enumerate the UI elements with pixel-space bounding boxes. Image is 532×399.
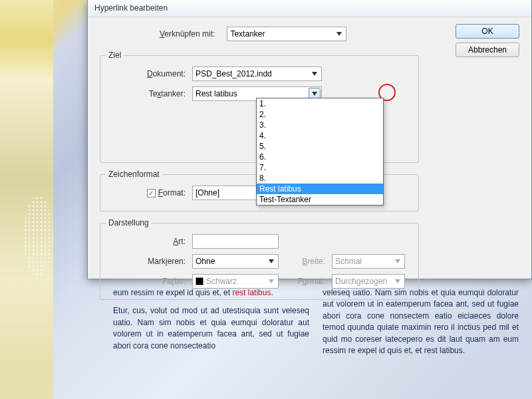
chevron-down-icon bbox=[266, 256, 277, 267]
format2-label: Format: bbox=[279, 277, 332, 286]
dropdown-option[interactable]: 1. bbox=[257, 98, 383, 109]
textanker-dropdown-list[interactable]: 1. 2. 3. 4. 5. 6. 7. 8. Rest latibus Tes… bbox=[256, 98, 384, 205]
dokument-value: PSD_Best_2012.indd bbox=[196, 69, 272, 78]
textanker-label: Textanker: bbox=[106, 89, 192, 98]
dropdown-option[interactable]: 7. bbox=[257, 162, 383, 173]
format2-combo: Durchgezogen bbox=[332, 274, 405, 289]
dropdown-option[interactable]: 2. bbox=[257, 109, 383, 120]
farbe-value: Schwarz bbox=[206, 277, 237, 286]
chevron-down-icon bbox=[266, 276, 277, 287]
format-label-wrap: ✓ Format: bbox=[106, 188, 192, 198]
sparkle-decor bbox=[23, 196, 53, 276]
chevron-down-icon bbox=[334, 29, 344, 39]
dialog-title: Hyperlink bearbeiten bbox=[88, 0, 531, 17]
format-checkbox[interactable]: ✓ bbox=[147, 189, 156, 198]
ziel-legend: Ziel bbox=[106, 51, 124, 60]
format-label: Format: bbox=[158, 188, 186, 198]
color-swatch bbox=[196, 277, 203, 285]
dokument-label: Dokument: bbox=[106, 69, 192, 78]
chevron-down-icon bbox=[392, 276, 403, 287]
dropdown-option-selected[interactable]: Rest latibus bbox=[257, 184, 383, 194]
farbe-combo: Schwarz bbox=[192, 274, 279, 289]
textanker-value: Rest latibus bbox=[196, 89, 237, 98]
link-with-label: Verknüpfen mit: bbox=[160, 29, 221, 39]
chevron-down-icon bbox=[392, 256, 403, 267]
darstellung-group: Darstellung Art: Markieren: Ohne Breite:… bbox=[100, 218, 419, 300]
format2-value: Durchgezogen bbox=[335, 277, 387, 286]
farbe-label: Farbe: bbox=[106, 277, 192, 286]
dokument-combo[interactable]: PSD_Best_2012.indd bbox=[192, 66, 322, 81]
breite-label: Breite: bbox=[279, 257, 332, 266]
char-format-value: [Ohne] bbox=[196, 188, 219, 198]
breite-value: Schmal bbox=[335, 257, 362, 266]
chevron-down-icon bbox=[309, 68, 320, 79]
dropdown-option[interactable]: 5. bbox=[257, 141, 383, 152]
dropdown-option[interactable]: 6. bbox=[257, 152, 383, 162]
dropdown-option[interactable]: 4. bbox=[257, 130, 383, 141]
background-accent bbox=[0, 0, 53, 399]
breite-combo: Schmal bbox=[332, 254, 405, 269]
zeichenformat-legend: Zeichenformat bbox=[106, 170, 162, 179]
dropdown-option[interactable]: Test-Textanker bbox=[257, 194, 383, 205]
link-with-combo[interactable]: Textanker bbox=[227, 27, 346, 41]
edit-hyperlink-dialog: Hyperlink bearbeiten OK Abbrechen Verknü… bbox=[87, 0, 532, 279]
markieren-label: Markieren: bbox=[106, 257, 192, 266]
dropdown-option[interactable]: 8. bbox=[257, 173, 383, 184]
markieren-combo[interactable]: Ohne bbox=[192, 254, 279, 269]
art-combo[interactable] bbox=[192, 234, 279, 249]
dropdown-option[interactable]: 3. bbox=[257, 120, 383, 130]
markieren-value: Ohne bbox=[196, 257, 215, 266]
link-with-value: Textanker bbox=[230, 29, 265, 39]
art-label: Art: bbox=[106, 237, 192, 246]
darstellung-legend: Darstellung bbox=[106, 218, 152, 227]
